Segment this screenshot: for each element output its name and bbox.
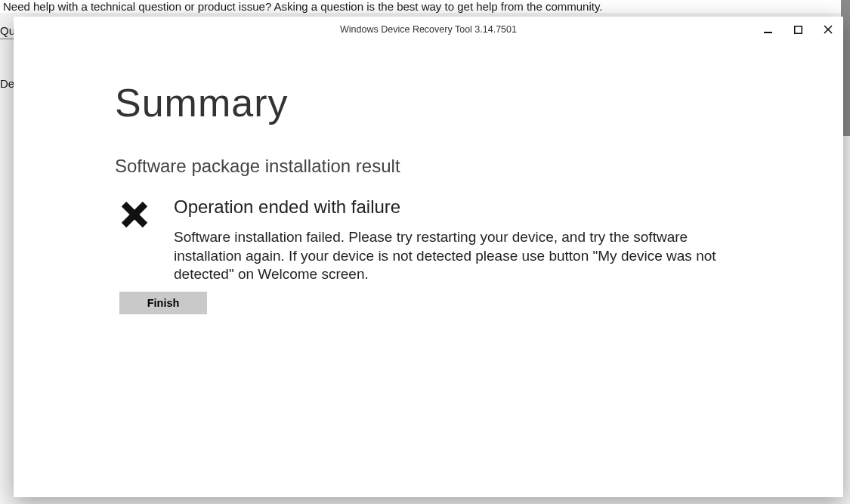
failure-icon bbox=[119, 199, 153, 233]
close-button[interactable] bbox=[813, 17, 843, 42]
svg-rect-0 bbox=[764, 32, 772, 33]
window-controls bbox=[753, 17, 843, 42]
minimize-button[interactable] bbox=[753, 17, 783, 42]
svg-rect-1 bbox=[794, 26, 802, 33]
background-side-labels: Qu De bbox=[0, 23, 15, 128]
background-side-label: Qu bbox=[0, 23, 15, 39]
background-help-text: Need help with a technical question or p… bbox=[0, 0, 841, 13]
section-heading: Software package installation result bbox=[115, 156, 742, 177]
titlebar: Windows Device Recovery Tool 3.14.7501 bbox=[14, 17, 843, 42]
background-side-label: De bbox=[0, 76, 15, 91]
result-description: Software installation failed. Please try… bbox=[174, 228, 742, 284]
app-window: Windows Device Recovery Tool 3.14.7501 S… bbox=[14, 17, 843, 497]
minimize-icon bbox=[764, 26, 772, 34]
result-row: Operation ended with failure Software in… bbox=[115, 196, 742, 284]
finish-button[interactable]: Finish bbox=[119, 292, 207, 314]
window-title: Windows Device Recovery Tool 3.14.7501 bbox=[14, 24, 843, 35]
result-title: Operation ended with failure bbox=[174, 196, 742, 218]
close-icon bbox=[824, 25, 833, 34]
page-title: Summary bbox=[115, 80, 742, 125]
maximize-icon bbox=[794, 26, 802, 34]
content-area: Summary Software package installation re… bbox=[14, 42, 843, 497]
result-text-block: Operation ended with failure Software in… bbox=[174, 196, 742, 284]
maximize-button[interactable] bbox=[783, 17, 813, 42]
